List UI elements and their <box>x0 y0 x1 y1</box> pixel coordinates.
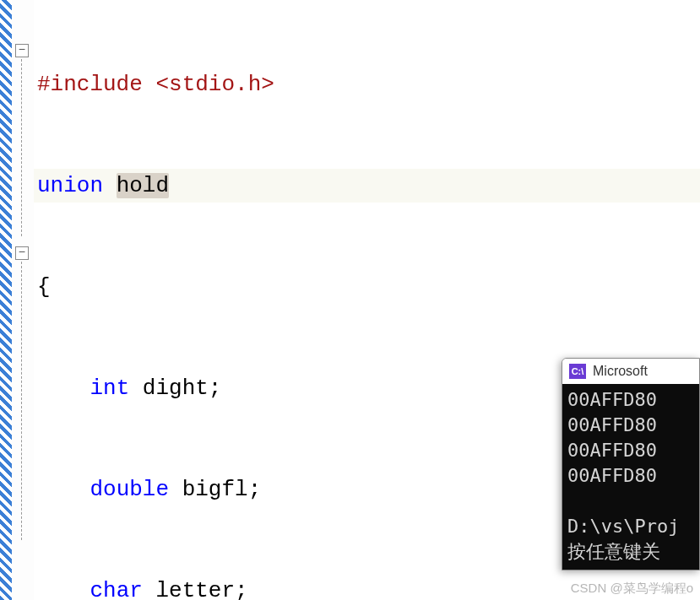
field-bigfl: bigfl <box>182 477 248 502</box>
console-line: 按任意键关 <box>567 541 660 562</box>
keyword-int: int <box>90 376 129 401</box>
fold-line-union <box>21 59 22 236</box>
fold-gutter: − − <box>12 0 34 600</box>
console-output[interactable]: 00AFFD80 00AFFD80 00AFFD80 00AFFD80 D:\v… <box>562 384 699 570</box>
console-icon: C:\ <box>569 364 586 379</box>
change-margin <box>0 0 12 600</box>
fold-toggle-main[interactable]: − <box>15 246 29 260</box>
console-line: 00AFFD80 <box>567 389 657 410</box>
console-window[interactable]: C:\ Microsoft 00AFFD80 00AFFD80 00AFFD80… <box>562 358 700 570</box>
field-letter: letter <box>155 578 235 600</box>
console-titlebar[interactable]: C:\ Microsoft <box>562 359 699 384</box>
type-name-hold: hold <box>117 173 169 198</box>
code-line: #include <stdio.h> <box>34 68 700 101</box>
keyword-double: double <box>90 477 169 502</box>
code-line: union hold <box>34 169 700 203</box>
include-header: stdio.h <box>169 72 261 97</box>
console-line: 00AFFD80 <box>567 440 657 461</box>
console-line: 00AFFD80 <box>567 465 657 486</box>
code-line: char letter; <box>34 574 700 600</box>
preproc-hash: #include <box>37 72 143 97</box>
keyword-char: char <box>90 578 142 600</box>
console-line: D:\vs\Proj <box>567 516 679 537</box>
fold-line-main <box>21 262 22 540</box>
fold-toggle-union[interactable]: − <box>15 44 29 57</box>
console-line: 00AFFD80 <box>567 414 657 435</box>
console-title: Microsoft <box>593 364 648 379</box>
keyword-union: union <box>37 173 103 198</box>
code-line: { <box>34 270 700 304</box>
field-dight: dight <box>143 376 209 401</box>
